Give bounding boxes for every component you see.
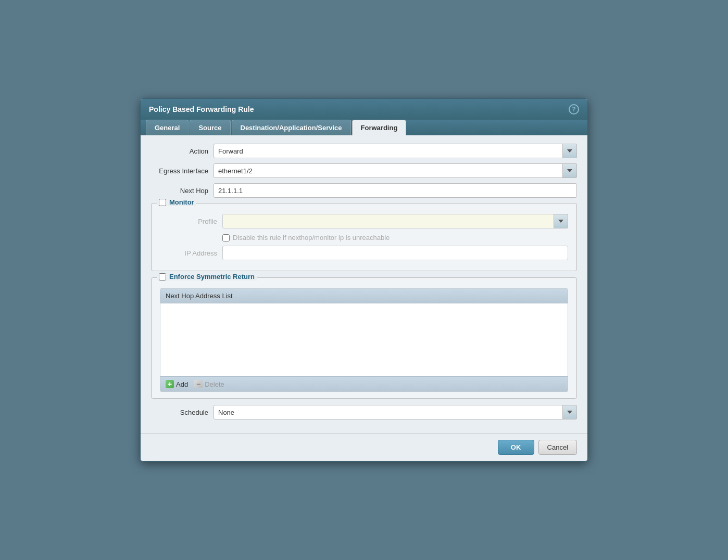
ip-address-row: IP Address — [160, 246, 568, 260]
enforce-content: Next Hop Address List + Add − Delete — [160, 288, 568, 392]
dialog-title: Policy Based Forwarding Rule — [149, 105, 254, 113]
add-label: Add — [176, 380, 188, 388]
nexthop-input[interactable] — [214, 183, 577, 198]
profile-select-wrap — [222, 214, 568, 228]
next-hop-list-footer: + Add − Delete — [160, 376, 568, 391]
monitor-label: Monitor — [169, 198, 194, 206]
profile-dropdown-arrow[interactable] — [554, 214, 568, 228]
action-dropdown-arrow[interactable] — [562, 144, 577, 158]
enforce-checkbox[interactable] — [159, 273, 166, 281]
monitor-section-title: Monitor — [157, 198, 196, 206]
action-label: Action — [151, 147, 214, 155]
dialog-body: Action Forward Egress Interface ethernet… — [141, 135, 587, 433]
next-hop-list-header: Next Hop Address List — [160, 289, 568, 303]
cancel-button[interactable]: Cancel — [538, 440, 577, 455]
tab-destination[interactable]: Destination/Application/Service — [232, 120, 351, 135]
schedule-label: Schedule — [151, 409, 214, 416]
next-hop-list-body — [160, 303, 568, 376]
nexthop-label: Next Hop — [151, 187, 214, 195]
action-select-wrap: Forward — [214, 144, 577, 158]
disable-rule-row: Disable this rule if nexthop/monitor ip … — [160, 234, 568, 241]
tab-bar: General Source Destination/Application/S… — [141, 120, 587, 135]
disable-rule-label: Disable this rule if nexthop/monitor ip … — [233, 234, 390, 241]
action-row: Action Forward — [151, 144, 577, 158]
profile-input[interactable] — [222, 214, 568, 228]
nexthop-input-wrap — [214, 183, 577, 198]
ok-button[interactable]: OK — [498, 440, 534, 455]
dialog-footer: OK Cancel — [141, 433, 587, 461]
tab-general[interactable]: General — [146, 120, 189, 135]
tab-source[interactable]: Source — [190, 120, 230, 135]
egress-select-wrap: ethernet1/2 — [214, 163, 577, 178]
schedule-value: None — [218, 409, 234, 416]
ip-address-input[interactable] — [222, 246, 568, 260]
action-select-display[interactable]: Forward — [214, 144, 577, 158]
next-hop-list-section: Next Hop Address List + Add − Delete — [160, 288, 568, 392]
egress-label: Egress Interface — [151, 167, 214, 175]
ip-address-input-wrap — [222, 246, 568, 260]
tab-forwarding[interactable]: Forwarding — [352, 120, 407, 135]
schedule-row: Schedule None — [151, 405, 577, 419]
monitor-checkbox[interactable] — [159, 199, 166, 206]
dialog-header: Policy Based Forwarding Rule ? — [141, 99, 587, 120]
enforce-section-title: Enforce Symmetric Return — [157, 273, 257, 281]
egress-value: ethernet1/2 — [218, 167, 253, 175]
add-icon: + — [166, 380, 174, 388]
egress-row: Egress Interface ethernet1/2 — [151, 163, 577, 178]
schedule-dropdown-arrow[interactable] — [562, 405, 577, 419]
enforce-label: Enforce Symmetric Return — [169, 273, 255, 281]
delete-label: Delete — [205, 380, 224, 388]
delete-button[interactable]: − Delete — [194, 380, 224, 388]
enforce-section: Enforce Symmetric Return Next Hop Addres… — [151, 277, 577, 399]
policy-forwarding-dialog: Policy Based Forwarding Rule ? General S… — [140, 98, 588, 462]
nexthop-row: Next Hop — [151, 183, 577, 198]
schedule-select-wrap: None — [214, 405, 577, 419]
profile-label: Profile — [160, 218, 222, 225]
egress-select-display[interactable]: ethernet1/2 — [214, 163, 577, 178]
ip-address-label: IP Address — [160, 249, 222, 257]
action-value: Forward — [218, 147, 243, 155]
add-button[interactable]: + Add — [166, 380, 188, 388]
help-icon[interactable]: ? — [569, 104, 579, 114]
schedule-select-display[interactable]: None — [214, 405, 577, 419]
monitor-section: Monitor Profile Disable this rule if nex… — [151, 203, 577, 271]
egress-dropdown-arrow[interactable] — [562, 163, 577, 178]
disable-rule-checkbox[interactable] — [222, 234, 230, 241]
profile-row: Profile — [160, 214, 568, 228]
delete-icon: − — [194, 380, 203, 388]
monitor-content: Profile Disable this rule if nexthop/mon… — [160, 214, 568, 260]
